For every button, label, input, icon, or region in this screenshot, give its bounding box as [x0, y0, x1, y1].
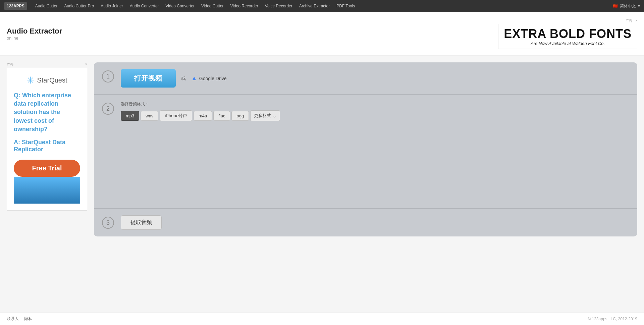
footer-copyright: © 123apps LLC, 2012-2019 [588, 317, 637, 321]
step-1-row: 1 打开视频 或 ▲ Google Drive [94, 62, 637, 94]
format-flac[interactable]: flac [213, 111, 230, 121]
brand-logo[interactable]: 123APPS [4, 2, 27, 10]
step-1-content: 打开视频 或 ▲ Google Drive [121, 69, 629, 88]
ad-banner-title: EXTRA BOLD FONTS [504, 27, 632, 41]
page-subtitle: online [7, 36, 62, 41]
nav-video-converter[interactable]: Video Converter [162, 4, 198, 8]
header-ad: 广告 × EXTRA BOLD FONTS Are Now Available … [498, 18, 637, 49]
gdrive-label: Google Drive [199, 76, 227, 81]
step-2-content: 选择音频格式： mp3 wav iPhone铃声 m4a flac ogg 更多… [121, 101, 629, 121]
topnav: 123APPS Audio Cutter Audio Cutter Pro Au… [0, 0, 644, 12]
step-3-row: 3 提取音频 [94, 209, 637, 236]
format-buttons: mp3 wav iPhone铃声 m4a flac ogg 更多格式 ⌄ [121, 110, 629, 121]
extract-audio-button[interactable]: 提取音频 [121, 215, 162, 230]
format-iphone[interactable]: iPhone铃声 [160, 110, 192, 121]
header-ad-banner[interactable]: EXTRA BOLD FONTS Are Now Available at Wa… [498, 24, 637, 49]
open-video-button[interactable]: 打开视频 [121, 69, 176, 88]
gdrive-icon: ▲ [191, 75, 197, 82]
tool-area: 1 打开视频 或 ▲ Google Drive 2 选择音频格式： mp [94, 62, 637, 236]
format-more-label: 更多格式 [254, 113, 271, 119]
main-content: 广告 × ✳ StarQuest Q: Which enterprise dat… [0, 56, 644, 243]
nav-audio-cutter[interactable]: Audio Cutter [32, 4, 61, 8]
google-drive-button[interactable]: ▲ Google Drive [191, 75, 227, 82]
step-3-number: 3 [102, 217, 114, 229]
footer-privacy[interactable]: 隐私 [24, 316, 32, 322]
or-text: 或 [181, 75, 186, 82]
ad-banner-subtitle: Are Now Available at Walden Font Co. [504, 41, 632, 46]
nav-pdf-tools[interactable]: PDF Tools [333, 4, 358, 8]
step-2-number: 2 [102, 103, 114, 115]
page-header: Audio Extractor online 广告 × EXTRA BOLD F… [0, 12, 644, 56]
nav-audio-cutter-pro[interactable]: Audio Cutter Pro [61, 4, 97, 8]
nav-audio-converter[interactable]: Audio Converter [126, 4, 162, 8]
nav-video-recorder[interactable]: Video Recorder [227, 4, 262, 8]
ad-marker: 广告 [7, 62, 13, 67]
starquest-icon: ✳ [26, 75, 34, 86]
free-trial-button[interactable]: Free Trial [14, 160, 80, 177]
format-label: 选择音频格式： [121, 101, 629, 107]
format-wav[interactable]: wav [141, 111, 158, 121]
flag-icon: 🇨🇳 [613, 4, 618, 8]
ad-label: 广告 × [498, 18, 637, 23]
page-footer: 联系人 隐私 © 123apps LLC, 2012-2019 [0, 312, 644, 325]
ad-close-button[interactable]: × [85, 62, 87, 67]
chevron-icon: ⌄ [273, 113, 276, 118]
format-ogg[interactable]: ogg [231, 111, 249, 121]
nav-voice-recorder[interactable]: Voice Recorder [262, 4, 296, 8]
step-1-number: 1 [102, 70, 114, 83]
left-ad-panel: 广告 × ✳ StarQuest Q: Which enterprise dat… [7, 62, 87, 236]
language-selector[interactable]: 🇨🇳 简体中文 ▾ [613, 3, 640, 9]
nav-video-cutter[interactable]: Video Cutter [198, 4, 227, 8]
format-mp3[interactable]: mp3 [121, 111, 139, 121]
step-3-content: 提取音频 [121, 215, 629, 230]
nav-audio-joiner[interactable]: Audio Joiner [97, 4, 126, 8]
footer-links: 联系人 隐私 [7, 316, 32, 322]
nav-archive-extractor[interactable]: Archive Extractor [296, 4, 333, 8]
step-2-row: 2 选择音频格式： mp3 wav iPhone铃声 m4a flac ogg … [94, 95, 637, 128]
ad-close-icon[interactable]: × [635, 19, 637, 22]
format-more-button[interactable]: 更多格式 ⌄ [250, 110, 280, 121]
language-label: 简体中文 [620, 3, 636, 9]
footer-contact[interactable]: 联系人 [7, 316, 19, 322]
step-2-middle-area [94, 128, 637, 208]
nav-links: Audio Cutter Audio Cutter Pro Audio Join… [32, 4, 613, 8]
ad-image [14, 177, 80, 204]
ad-logo: ✳ StarQuest [14, 75, 80, 86]
header-left: Audio Extractor online [7, 27, 62, 41]
ad-card: ✳ StarQuest Q: Which enterprise data rep… [7, 68, 87, 211]
starquest-name: StarQuest [37, 76, 67, 84]
step-3-section: 3 提取音频 [94, 209, 637, 236]
format-m4a[interactable]: m4a [194, 111, 212, 121]
step-2-section: 2 选择音频格式： mp3 wav iPhone铃声 m4a flac ogg … [94, 95, 637, 209]
step-1-section: 1 打开视频 或 ▲ Google Drive [94, 62, 637, 95]
ad-question: Q: Which enterprise data replication sol… [14, 91, 80, 133]
ad-answer: A: StarQuest Data Replicator [14, 139, 80, 153]
page-title: Audio Extractor [7, 27, 62, 36]
chevron-down-icon: ▾ [638, 4, 640, 8]
